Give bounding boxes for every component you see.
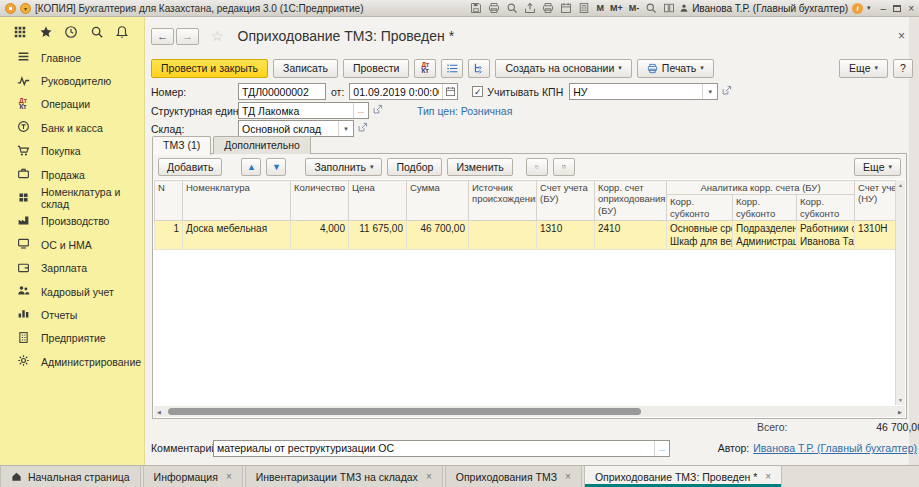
col-account-nu[interactable]: Счет учета (НУ) — [855, 181, 896, 221]
col-quantity[interactable]: Количество — [291, 181, 349, 221]
sidebar-item-operacii[interactable]: ДтКт Операции — [0, 93, 144, 116]
close-tab-icon[interactable]: × — [226, 471, 232, 482]
open-warehouse-icon[interactable] — [357, 122, 368, 135]
system-menu-icon[interactable]: ▾ — [20, 3, 31, 14]
minimize-button[interactable]: – — [881, 3, 887, 14]
horizontal-scrollbar[interactable]: ◀ ▶ — [154, 406, 905, 417]
table-settings-button[interactable] — [553, 158, 575, 176]
close-form-icon[interactable]: × — [898, 29, 905, 43]
number-field[interactable] — [239, 84, 325, 99]
sidebar-item-administrirovanie[interactable]: Администрирование — [0, 350, 144, 373]
pick-button[interactable]: Подбор — [387, 158, 442, 176]
memory-button[interactable]: M — [596, 3, 604, 13]
kpn-field[interactable] — [570, 84, 702, 99]
close-tab-icon[interactable]: × — [765, 471, 771, 482]
show-postings-button[interactable]: ДтКт — [414, 59, 436, 78]
cell-quantity[interactable]: 4,000 — [291, 221, 349, 250]
user-button[interactable]: Иванова Т.Р. (Главный бухгалтер) — [679, 3, 848, 14]
edit-button[interactable]: Изменить — [447, 158, 512, 176]
close-tab-icon[interactable]: × — [565, 471, 571, 482]
apps-grid-icon[interactable] — [13, 25, 27, 39]
fill-button[interactable]: Заполнить▾ — [305, 158, 382, 176]
comment-field[interactable] — [214, 441, 654, 456]
scroll-down-icon[interactable]: ▼ — [898, 397, 903, 403]
cell-subconto-3[interactable]: Работники орга...Иванова Татьян... — [797, 221, 855, 250]
history-icon[interactable] — [64, 25, 78, 39]
cell-n[interactable]: 1 — [155, 221, 183, 250]
cell-corr-account-bu[interactable]: 2410 — [595, 221, 667, 250]
tab-dopolnitelno[interactable]: Дополнительно — [213, 136, 311, 154]
taskbar-tab-home[interactable]: Начальная страница — [0, 466, 141, 487]
col-analytics-group[interactable]: Аналитика корр. счета (БУ) — [667, 181, 855, 195]
info-icon[interactable]: i — [852, 3, 863, 14]
taskbar-tab-oprihodovaniya[interactable]: Оприходования ТМЗ × — [445, 466, 582, 487]
cell-amount[interactable]: 46 700,00 — [407, 221, 469, 250]
table-row[interactable]: 1 Доска мебельная 4,000 11 675,00 46 700… — [155, 221, 896, 250]
document-list-button[interactable] — [441, 59, 463, 78]
col-subconto-1[interactable]: Корр. субконто — [667, 195, 733, 221]
col-corr-account-bu[interactable]: Корр. счет оприходования (БУ) — [595, 181, 667, 221]
sidebar-item-rukovoditelyu[interactable]: Руководителю — [0, 69, 144, 92]
forward-button[interactable]: → — [176, 28, 199, 45]
price-type-link[interactable]: Тип цен: Розничная — [417, 105, 512, 117]
post-and-close-button[interactable]: Провести и закрыть — [151, 59, 268, 78]
memory-plus-button[interactable]: M+ — [610, 3, 623, 13]
col-price[interactable]: Цена — [349, 181, 407, 221]
warehouse-field[interactable] — [239, 121, 338, 136]
print-button[interactable]: Печать▾ — [637, 59, 714, 78]
memory-minus-button[interactable]: M- — [629, 3, 640, 13]
table-more-button[interactable]: Еще▾ — [854, 158, 901, 176]
col-amount[interactable]: Сумма — [407, 181, 469, 221]
notifications-bell-icon[interactable] — [115, 25, 129, 39]
preview-icon[interactable] — [506, 2, 518, 14]
col-source[interactable]: Источник происхождения — [469, 181, 537, 221]
calendar-button[interactable] — [442, 84, 457, 99]
sidebar-item-glavnoe[interactable]: Главное — [0, 46, 144, 69]
more-button[interactable]: Еще▾ — [839, 59, 888, 78]
col-n[interactable]: N — [155, 181, 183, 221]
split-window-icon[interactable] — [663, 2, 675, 14]
scrollbar-thumb[interactable] — [168, 408, 641, 415]
sidebar-item-zarplata[interactable]: Зарплата — [0, 257, 144, 280]
help-button[interactable]: ? — [893, 59, 913, 78]
cell-subconto-2[interactable]: ПодразделенияАдминистрация — [733, 221, 797, 250]
add-row-button[interactable]: Добавить — [158, 158, 222, 176]
col-nomenclature[interactable]: Номенклатура — [183, 181, 291, 221]
create-based-on-button[interactable]: Создать на основании▾ — [495, 59, 631, 78]
related-documents-button[interactable] — [468, 59, 490, 78]
move-down-button[interactable]: ▼ — [266, 158, 286, 176]
open-kpn-icon[interactable] — [721, 85, 732, 98]
author-link[interactable]: Иванова Т.Р. (Главный бухгалтер) — [753, 442, 917, 454]
print-icon[interactable] — [488, 2, 500, 14]
taskbar-tab-inventarizacii[interactable]: Инвентаризации ТМЗ на складах × — [245, 466, 443, 487]
calculator-icon[interactable] — [578, 2, 590, 14]
close-window-button[interactable]: × — [908, 3, 914, 14]
col-subconto-3[interactable]: Корр. субконто — [797, 195, 855, 221]
search-icon[interactable] — [90, 25, 104, 39]
save-icon[interactable] — [470, 2, 482, 14]
scroll-up-icon[interactable]: ▲ — [898, 182, 903, 188]
warehouse-dropdown-button[interactable]: ▾ — [338, 121, 353, 136]
sidebar-item-predpriyatie[interactable]: Предприятие — [0, 327, 144, 350]
cell-subconto-1[interactable]: Основные средс...Шкаф для верхн... — [667, 221, 733, 250]
tab-tmz[interactable]: ТМЗ (1) — [152, 136, 211, 155]
cell-source[interactable] — [469, 221, 537, 250]
save-button[interactable]: Записать — [273, 59, 338, 78]
unit-choose-button[interactable]: ... — [353, 103, 368, 118]
sidebar-item-otchety[interactable]: Отчеты — [0, 303, 144, 326]
sidebar-item-bank-i-kassa[interactable]: Банк и касса — [0, 116, 144, 139]
cell-nomenclature[interactable]: Доска мебельная — [183, 221, 291, 250]
back-button[interactable]: ← — [151, 28, 174, 45]
kpn-checkbox[interactable]: ✓ Учитывать КПН — [472, 86, 563, 98]
zoom-icon[interactable] — [645, 2, 657, 14]
taskbar-tab-informaciya[interactable]: Информация × — [143, 466, 243, 487]
calendar-icon[interactable] — [560, 2, 572, 14]
post-button[interactable]: Провести — [343, 59, 409, 78]
app-logo-icon[interactable] — [5, 3, 16, 14]
sidebar-item-nomenklatura[interactable]: Номенклатура и склад — [0, 186, 144, 209]
col-account-bu[interactable]: Счет учета (БУ) — [537, 181, 595, 221]
vertical-scrollbar[interactable]: ▲ ▼ — [895, 180, 905, 405]
print-settings-icon[interactable] — [542, 2, 554, 14]
kpn-dropdown-button[interactable]: ▾ — [702, 84, 717, 99]
close-tab-icon[interactable]: × — [426, 471, 432, 482]
